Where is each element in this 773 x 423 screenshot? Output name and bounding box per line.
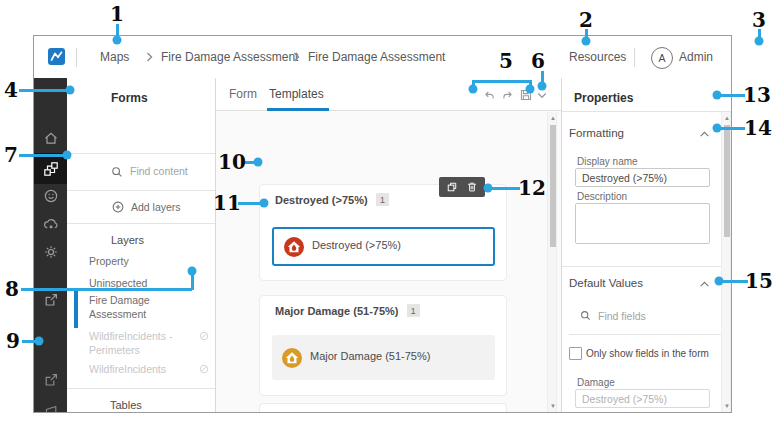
breadcrumb-chevron-icon <box>292 52 301 62</box>
layer-item-wildfireincidents-perimeters[interactable]: WildfireIncidents -Perimeters••• <box>67 327 216 359</box>
annotation-line-11 <box>238 202 262 205</box>
annotation-line-12 <box>491 187 520 190</box>
formatting-section-header[interactable]: Formatting <box>569 127 624 139</box>
damage-field-input[interactable] <box>575 389 710 408</box>
templates-scrollbar[interactable]: ▲ ▼ <box>547 112 557 412</box>
selected-layer-indicator <box>74 291 78 328</box>
header-divider <box>76 48 77 67</box>
template-group-card: Moderate Damage (26-50%)1 <box>259 403 507 413</box>
screenshot-stage: Maps Fire Damage Assessment Fire Damage … <box>0 0 773 423</box>
sidebar-item-offline-cloud[interactable] <box>34 209 67 239</box>
tab-form[interactable]: Form <box>229 78 257 111</box>
layer-label: Perimeters <box>89 343 140 357</box>
scroll-up-arrow[interactable]: ▲ <box>548 115 558 121</box>
divider <box>562 111 731 112</box>
template-item-selected[interactable]: Destroyed (>75%) <box>272 227 495 266</box>
layer-item-wildfireincidents[interactable]: WildfireIncidents••• <box>67 360 216 378</box>
sidebar-item-smiley[interactable] <box>34 181 67 211</box>
tables-section-header[interactable]: Tables <box>110 399 142 411</box>
chevron-down-icon[interactable] <box>537 92 547 100</box>
user-menu[interactable]: Admin <box>679 36 713 78</box>
app-window: Maps Fire Damage Assessment Fire Damage … <box>33 35 732 413</box>
burned-house-icon <box>282 348 302 368</box>
annotation-dot-6 <box>538 82 547 91</box>
sidebar-item-settings-gear[interactable] <box>34 237 67 267</box>
layer-label: Property <box>89 254 129 268</box>
annotation-line-8 <box>191 273 194 290</box>
annotation-number-9: 9 <box>6 331 20 351</box>
description-textarea[interactable] <box>575 203 710 244</box>
template-group-title: Destroyed (>75%)1 <box>275 193 389 206</box>
layer-item-fire-damage-assessment[interactable]: Fire DamageAssessment••• <box>67 291 216 323</box>
sidebar-item-forms[interactable] <box>34 153 67 184</box>
annotation-number-13: 13 <box>743 85 771 105</box>
find-fields-search[interactable]: Find fields <box>562 306 724 330</box>
layer-label: Fire Damage <box>89 293 150 307</box>
add-layers-button[interactable]: Add layers <box>67 191 216 223</box>
burned-house-icon <box>284 237 304 257</box>
tab-templates[interactable]: Templates <box>269 78 324 111</box>
breadcrumb-chevron-icon <box>145 52 154 62</box>
annotation-dot-13 <box>713 91 722 100</box>
template-count-badge: 1 <box>407 304 420 317</box>
chevron-up-icon[interactable] <box>699 130 710 138</box>
scrollbar-thumb[interactable] <box>724 125 730 237</box>
annotation-line-4 <box>19 89 68 92</box>
damage-field-label: Damage <box>577 377 615 388</box>
annotation-dot-12 <box>484 184 493 193</box>
resources-link[interactable]: Resources <box>569 36 626 78</box>
add-layers-label: Add layers <box>131 201 181 213</box>
only-show-fields-checkbox[interactable] <box>569 347 582 360</box>
breadcrumb-map-name[interactable]: Fire Damage Assessment <box>161 36 298 78</box>
only-show-fields-label: Only show fields in the form <box>586 348 709 359</box>
forms-icon <box>43 161 59 177</box>
redo-icon[interactable] <box>501 90 514 102</box>
scroll-down-arrow[interactable]: ▼ <box>548 403 558 409</box>
properties-scrollbar[interactable]: ▲ ▼ <box>721 112 731 412</box>
delete-icon[interactable] <box>466 181 478 193</box>
undo-icon[interactable] <box>483 90 496 102</box>
template-count-badge: 1 <box>376 193 389 206</box>
find-fields-placeholder: Find fields <box>598 310 646 322</box>
annotation-dot-8 <box>188 267 197 276</box>
sidebar-item-external-link[interactable] <box>34 365 67 395</box>
template-count-badge: 1 <box>426 412 439 413</box>
annotation-dot-5 <box>526 85 535 94</box>
app-sidebar: » <box>34 78 67 412</box>
annotation-number-15: 15 <box>745 271 773 291</box>
annotation-line-13 <box>720 94 745 97</box>
visibility-disabled-icon <box>198 363 210 375</box>
template-group-title: Major Damage (51-75%)1 <box>275 304 420 317</box>
header-divider <box>634 48 635 67</box>
annotation-number-1: 1 <box>110 4 124 24</box>
template-item[interactable]: Major Damage (51-75%) <box>272 335 495 380</box>
chevron-up-icon[interactable] <box>699 280 710 288</box>
smiley-icon <box>43 188 59 204</box>
external-link-icon <box>43 372 59 388</box>
layer-label: WildfireIncidents <box>89 362 166 376</box>
scroll-up-arrow[interactable]: ▲ <box>722 115 732 121</box>
annotation-dot-3 <box>755 37 764 46</box>
annotation-dot-1 <box>113 36 122 45</box>
avatar[interactable]: A <box>651 47 673 69</box>
description-label: Description <box>577 191 627 202</box>
find-content-search[interactable]: Find content <box>67 154 216 190</box>
scrollbar-thumb[interactable] <box>550 125 556 247</box>
sidebar-item-megaphone[interactable] <box>34 396 67 413</box>
display-name-input[interactable] <box>575 168 710 187</box>
template-group-card: Major Damage (51-75%)1Major Damage (51-7… <box>259 295 507 396</box>
default-values-section-header[interactable]: Default Values <box>569 277 643 289</box>
annotation-dot-15 <box>715 277 724 286</box>
annotation-dot-11 <box>260 199 269 208</box>
sidebar-item-home[interactable] <box>34 123 67 153</box>
field-maps-logo[interactable] <box>48 48 65 65</box>
field-maps-logo-glyph <box>48 48 65 65</box>
scroll-down-arrow[interactable]: ▼ <box>722 403 732 409</box>
annotation-dot-14 <box>713 124 722 133</box>
duplicate-icon[interactable] <box>446 181 458 193</box>
layer-label: WildfireIncidents - <box>89 329 172 343</box>
annotation-dot-5 <box>469 85 478 94</box>
layers-section-header[interactable]: Layers <box>111 234 144 246</box>
add-circle-icon <box>111 200 125 214</box>
divider <box>67 388 215 389</box>
